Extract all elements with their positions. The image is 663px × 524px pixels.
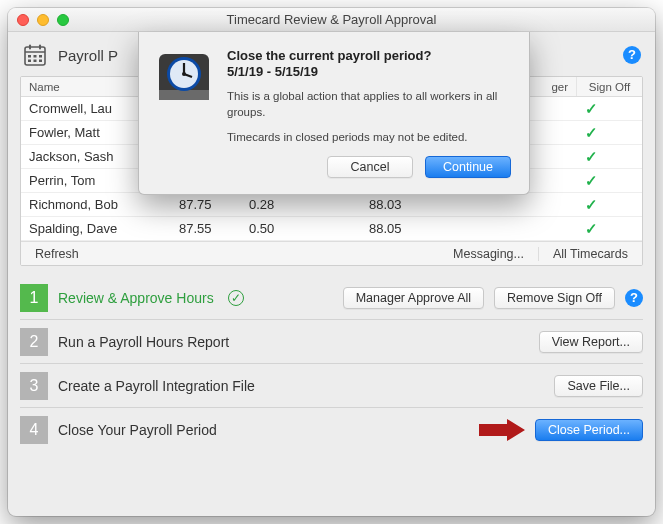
dialog-date-range: 5/1/19 - 5/15/19 [227,64,511,79]
confirm-dialog: Close the current payroll period? 5/1/19… [138,32,530,195]
dialog-message: Timecards in closed periods may not be e… [227,130,511,146]
manager-approve-all-button[interactable]: Manager Approve All [343,287,484,309]
all-timecards-button[interactable]: All Timecards [538,247,642,261]
svg-rect-6 [39,55,42,58]
cell-name: Richmond, Bob [21,197,171,212]
svg-point-17 [182,72,186,76]
svg-rect-5 [34,55,37,58]
step-number: 2 [20,328,48,356]
close-period-button[interactable]: Close Period... [535,419,643,441]
step-label: Run a Payroll Hours Report [58,334,229,350]
signoff-check-icon: ✓ [577,220,642,238]
continue-button[interactable]: Continue [425,156,511,178]
window-zoom-button[interactable] [57,14,69,26]
step-3: 3 Create a Payroll Integration File Save… [20,364,643,408]
dialog-message: This is a global action that applies to … [227,89,511,120]
dialog-title: Close the current payroll period? [227,48,511,63]
cell-name: Spalding, Dave [21,221,171,236]
svg-rect-4 [28,55,31,58]
view-report-button[interactable]: View Report... [539,331,643,353]
signoff-check-icon: ✓ [577,196,642,214]
step-label: Create a Payroll Integration File [58,378,255,394]
svg-marker-10 [479,419,525,441]
step-complete-icon: ✓ [228,290,244,306]
window-title: Timecard Review & Payroll Approval [8,8,655,32]
callout-arrow-icon [479,419,525,441]
step-4: 4 Close Your Payroll Period Close Period… [20,408,643,452]
cancel-button[interactable]: Cancel [327,156,413,178]
step-label: Close Your Payroll Period [58,422,217,438]
step-2: 2 Run a Payroll Hours Report View Report… [20,320,643,364]
signoff-check-icon: ✓ [577,148,642,166]
messaging-button[interactable]: Messaging... [439,247,538,261]
window-close-button[interactable] [17,14,29,26]
svg-rect-7 [28,60,31,63]
step-number: 3 [20,372,48,400]
svg-rect-8 [34,60,37,63]
step-label: Review & Approve Hours [58,290,214,306]
svg-rect-3 [39,45,41,50]
signoff-check-icon: ✓ [577,100,642,118]
step-number: 4 [20,416,48,444]
svg-rect-12 [159,90,209,100]
step-1: 1 Review & Approve Hours ✓ Manager Appro… [20,276,643,320]
step-number: 1 [20,284,48,312]
calendar-icon [22,43,48,67]
signoff-check-icon: ✓ [577,124,642,142]
window-minimize-button[interactable] [37,14,49,26]
col-signoff[interactable]: Sign Off [577,77,642,96]
signoff-check-icon: ✓ [577,172,642,190]
svg-rect-2 [29,45,31,50]
remove-sign-off-button[interactable]: Remove Sign Off [494,287,615,309]
help-icon[interactable]: ? [623,46,641,64]
table-row[interactable]: Spalding, Dave 87.55 0.50 88.05 ✓ [21,217,642,241]
titlebar: Timecard Review & Payroll Approval [8,8,655,32]
app-window: Timecard Review & Payroll Approval Payro… [8,8,655,516]
table-row[interactable]: Richmond, Bob 87.75 0.28 88.03 ✓ [21,193,642,217]
help-icon[interactable]: ? [625,289,643,307]
save-file-button[interactable]: Save File... [554,375,643,397]
timeclock-icon [155,48,213,106]
window-controls [17,14,69,26]
svg-rect-9 [39,60,42,63]
refresh-button[interactable]: Refresh [21,247,93,261]
